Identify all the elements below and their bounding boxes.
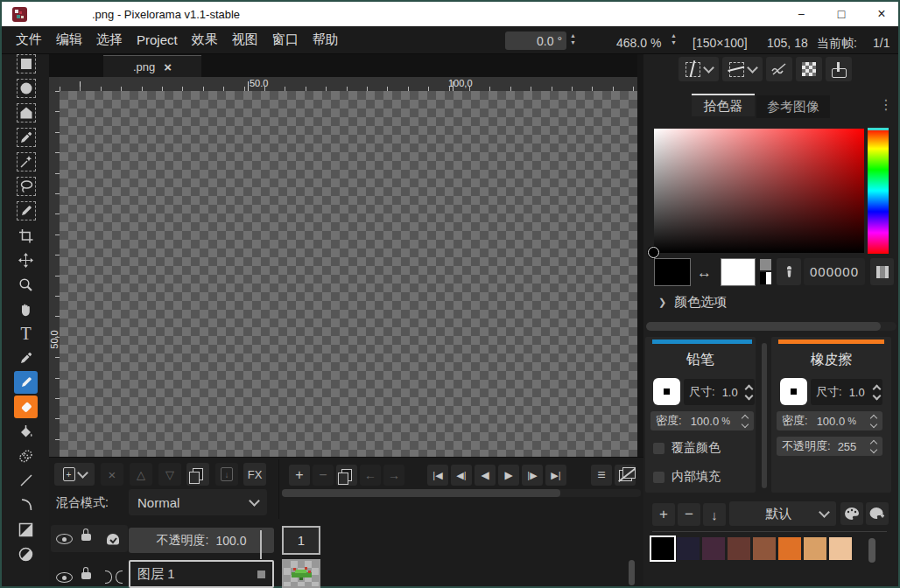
- palette-swatch[interactable]: [778, 537, 801, 560]
- timeline-hscrollbar-thumb[interactable]: [282, 489, 560, 497]
- left-color-swatch[interactable]: [654, 258, 691, 286]
- pencil-panel-scrollbar[interactable]: [762, 343, 767, 488]
- menu-view[interactable]: 视图: [225, 32, 265, 48]
- eraser-size-spinbox[interactable]: 尺寸: 1.0: [811, 379, 882, 405]
- mirror-x-button[interactable]: [679, 57, 719, 81]
- right-color-swatch[interactable]: [721, 258, 756, 286]
- palette-swatch[interactable]: [651, 537, 674, 560]
- palette-swatch[interactable]: [829, 537, 852, 560]
- global-cel-button[interactable]: [104, 531, 122, 547]
- timeline-vscrollbar-thumb[interactable]: [629, 560, 635, 585]
- eraser-density-arrows[interactable]: [871, 416, 879, 427]
- maximize-button[interactable]: □: [828, 4, 854, 24]
- tool-color-picker[interactable]: [14, 346, 38, 369]
- color-options-expander[interactable]: ❯ 颜色选项: [658, 294, 727, 311]
- tool-rectangle-select[interactable]: [14, 52, 38, 75]
- dynamics-button[interactable]: [826, 57, 852, 81]
- tool-zoom[interactable]: [14, 273, 38, 296]
- pencil-brush-preview[interactable]: [653, 378, 680, 405]
- move-frame-left-button[interactable]: ←: [360, 465, 381, 486]
- swap-colors-button[interactable]: ↔: [697, 264, 712, 282]
- timeline-hscrollbar-track[interactable]: [282, 489, 641, 497]
- hex-input[interactable]: 000000: [804, 258, 865, 285]
- go-first-frame-button[interactable]: |◀: [427, 465, 448, 486]
- global-lock-button[interactable]: [81, 528, 91, 541]
- tool-color-select[interactable]: [14, 126, 38, 149]
- tool-rectangle[interactable]: [14, 518, 38, 541]
- tool-magic-wand[interactable]: [14, 150, 38, 173]
- eraser-brush-preview[interactable]: [780, 378, 807, 405]
- menu-edit[interactable]: 编辑: [49, 32, 89, 48]
- pencil-size-spinbox[interactable]: 尺寸: 1.0: [684, 379, 755, 405]
- remove-palette-color-button[interactable]: −: [678, 503, 700, 526]
- palette-swatch[interactable]: [804, 537, 826, 560]
- menu-file[interactable]: 文件: [9, 32, 49, 48]
- new-palette-button[interactable]: [866, 502, 889, 525]
- canvas[interactable]: [60, 91, 637, 457]
- edit-palette-button[interactable]: [840, 502, 863, 525]
- eraser-opacity-arrows[interactable]: [871, 441, 879, 452]
- hue-grabber[interactable]: [868, 128, 889, 130]
- tool-text[interactable]: T: [14, 322, 38, 345]
- tool-shading[interactable]: [14, 444, 38, 467]
- eraser-size-arrows[interactable]: [874, 386, 882, 399]
- remove-frame-button[interactable]: −: [313, 465, 334, 486]
- vertical-ruler[interactable]: 50.0: [49, 91, 60, 457]
- go-last-frame-button[interactable]: ▶|: [545, 465, 566, 486]
- layer-visibility-button[interactable]: [56, 572, 73, 583]
- palette-selector-dropdown[interactable]: 默认: [729, 501, 836, 526]
- prev-frame-button[interactable]: ◀|: [451, 465, 472, 486]
- layer-link-button[interactable]: [105, 570, 123, 584]
- add-layer-button[interactable]: +: [54, 463, 95, 486]
- close-button[interactable]: ×: [868, 4, 895, 24]
- tool-pencil[interactable]: [14, 371, 38, 394]
- panel-menu-button[interactable]: ⋮: [879, 96, 893, 113]
- tool-ellipse-select[interactable]: [14, 77, 38, 100]
- global-visibility-button[interactable]: [56, 534, 73, 544]
- minimize-button[interactable]: −: [788, 4, 814, 24]
- tool-pan[interactable]: [14, 298, 38, 320]
- alpha-checker-button[interactable]: [796, 57, 822, 81]
- picker-hscrollbar-track[interactable]: [646, 322, 896, 331]
- screen-color-picker-button[interactable]: [777, 258, 801, 285]
- menu-help[interactable]: 帮助: [306, 32, 346, 48]
- tool-line[interactable]: [14, 469, 38, 492]
- rotation-spin-arrows[interactable]: ▲▼: [570, 32, 579, 46]
- zoom-spin-arrows[interactable]: ▲▼: [671, 32, 679, 46]
- cel-button[interactable]: [282, 559, 320, 588]
- layer-fx-button[interactable]: FX: [243, 463, 266, 486]
- tool-bucket[interactable]: [14, 420, 38, 443]
- layer-name-field[interactable]: 图层 1: [129, 560, 274, 588]
- palette-swatch[interactable]: [728, 537, 750, 560]
- next-frame-button[interactable]: |▶: [522, 465, 543, 486]
- menu-select[interactable]: 选择: [89, 32, 130, 48]
- add-frame-button[interactable]: +: [289, 465, 310, 486]
- tab-color-picker[interactable]: 拾色器: [692, 94, 755, 116]
- saturation-value-box[interactable]: [654, 129, 864, 253]
- pencil-density-arrows[interactable]: [742, 416, 750, 427]
- play-backwards-button[interactable]: ◀: [475, 465, 496, 486]
- remove-layer-button[interactable]: ×: [101, 463, 123, 486]
- tool-lasso[interactable]: [14, 175, 38, 198]
- clone-layer-button[interactable]: [186, 463, 209, 486]
- checkbox-icon[interactable]: [653, 472, 664, 483]
- play-button[interactable]: ▶: [498, 465, 519, 486]
- merge-layer-button[interactable]: ↓: [215, 463, 238, 486]
- hue-slider[interactable]: [868, 128, 889, 254]
- layer-opacity-down[interactable]: [260, 542, 262, 558]
- menu-project[interactable]: Project: [130, 32, 185, 47]
- palette-swatch[interactable]: [677, 537, 700, 560]
- document-tab[interactable]: .png ×: [103, 55, 201, 77]
- eraser-density-slider[interactable]: 密度: 100.0 %: [777, 411, 882, 430]
- tool-paint-select[interactable]: [14, 200, 38, 222]
- layer-opacity-spinbox[interactable]: 不透明度: 100.0: [129, 528, 274, 553]
- blend-mode-dropdown[interactable]: Normal: [129, 489, 267, 515]
- pencil-density-slider[interactable]: 密度: 100.0 %: [650, 411, 754, 430]
- timeline-settings-button[interactable]: ≡: [591, 465, 612, 486]
- menu-window[interactable]: 窗口: [265, 32, 306, 48]
- tool-crop[interactable]: [14, 224, 38, 247]
- pencil-overwrite-option[interactable]: 覆盖颜色: [653, 440, 721, 456]
- layer-lock-button[interactable]: [81, 567, 91, 579]
- tool-curve[interactable]: [14, 494, 38, 516]
- picker-hscrollbar-thumb[interactable]: [646, 322, 881, 331]
